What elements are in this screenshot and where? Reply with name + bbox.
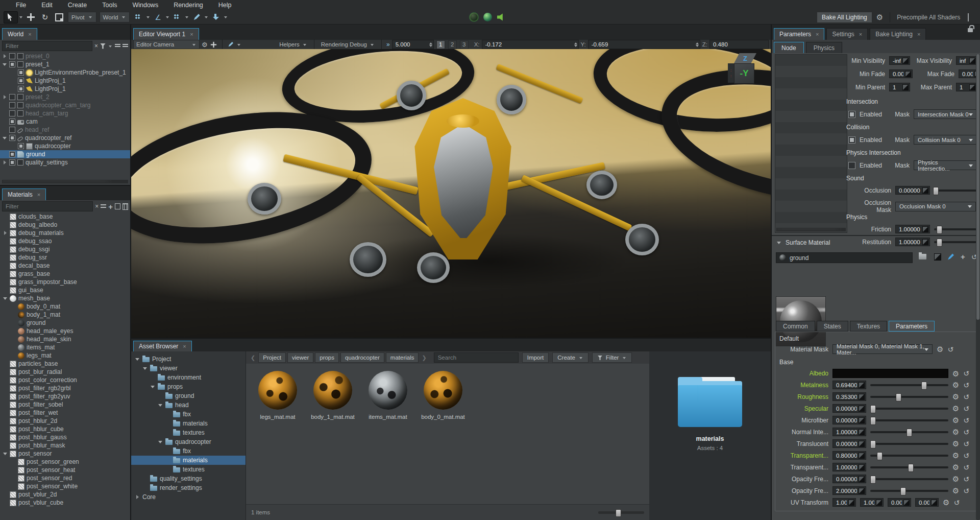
drop-to-ground-caret[interactable] xyxy=(224,16,227,20)
slider-handle[interactable] xyxy=(896,393,901,401)
snap-angle-caret[interactable] xyxy=(166,16,169,20)
drag-value-icon[interactable] xyxy=(902,84,909,90)
subtab-physics[interactable]: Physics xyxy=(806,42,842,53)
drag-value-icon[interactable] xyxy=(859,476,865,482)
asset-tree-row[interactable]: Project xyxy=(131,354,246,364)
snap-grid-button[interactable] xyxy=(132,12,145,23)
tree-node-row[interactable]: quality_settings xyxy=(0,158,130,167)
visibility-checkbox[interactable] xyxy=(18,143,24,149)
drag-value-icon[interactable] xyxy=(848,500,854,506)
material-row[interactable]: debug_albedo xyxy=(0,221,130,229)
tab-editor-viewport-1[interactable]: Editor Viewport 1× xyxy=(133,28,199,40)
material-tab-parameters[interactable]: Parameters xyxy=(889,321,935,332)
mask-dropdown[interactable]: Material Mask 0, Material Mask 1, Mater.… xyxy=(832,344,933,354)
drag-value-icon[interactable] xyxy=(903,500,910,506)
mask-dropdown[interactable]: Collision Mask 0 xyxy=(914,135,977,145)
navcube-x-face[interactable]: :: xyxy=(728,63,734,83)
tab-settings[interactable]: Settings× xyxy=(826,28,868,40)
value-spinbox[interactable]: 0.00000 xyxy=(832,404,866,413)
snap-vertex-button[interactable] xyxy=(170,12,184,23)
breadcrumb-item-quadrocopter[interactable]: quadrocopter xyxy=(340,352,384,363)
gizmo-caret[interactable] xyxy=(237,44,240,48)
navcube-y-face[interactable]: -Y xyxy=(734,63,754,84)
material-row[interactable]: grass_base xyxy=(0,270,130,278)
material-row[interactable]: grass_impostor_base xyxy=(0,278,130,286)
surfaces-list[interactable] xyxy=(775,54,847,233)
mask-dropdown[interactable]: Physics Intersectio... xyxy=(914,160,977,170)
value-slider[interactable] xyxy=(870,419,948,421)
material-row[interactable]: post_hblur_gauss xyxy=(0,433,130,441)
gear-icon[interactable]: ⚙ xyxy=(952,440,959,447)
expand-arrow-icon[interactable] xyxy=(3,231,8,235)
value-spinbox[interactable]: 0.00000 xyxy=(832,475,866,483)
camera-dropdown[interactable]: Editor Camera xyxy=(133,40,200,49)
visibility-checkbox[interactable] xyxy=(17,94,23,100)
drag-value-icon[interactable] xyxy=(922,187,928,194)
material-row[interactable]: legs_mat xyxy=(0,351,130,360)
render-environment-icon[interactable] xyxy=(470,13,478,21)
asset-tile[interactable]: body_1_mat.mat xyxy=(305,371,360,420)
subtab-node[interactable]: Node xyxy=(774,42,804,53)
breadcrumb-forward-icon[interactable]: ❯ xyxy=(420,354,428,361)
filter-button[interactable]: Filter xyxy=(592,352,632,363)
space-dropdown[interactable]: World xyxy=(100,12,130,22)
tree-node-row[interactable]: cam xyxy=(0,117,130,126)
asset-tree-row[interactable]: materials xyxy=(131,419,246,428)
visibility-checkbox[interactable] xyxy=(17,61,23,67)
value-spinbox[interactable]: 0.35300 xyxy=(832,392,866,401)
value-spinbox[interactable]: -inf xyxy=(889,56,910,65)
close-icon[interactable]: × xyxy=(859,31,862,37)
visibility-checkbox[interactable] xyxy=(9,53,15,59)
close-icon[interactable]: × xyxy=(917,31,920,37)
material-tab-textures[interactable]: Textures xyxy=(850,321,887,332)
reset-icon[interactable]: ↺ xyxy=(963,429,969,436)
camera-speed-field[interactable]: 5.000 xyxy=(392,40,434,49)
mask-dropdown[interactable]: Occlusion Mask 0 xyxy=(895,202,976,211)
add-material-icon[interactable]: + xyxy=(108,203,113,210)
tab-asset-browser[interactable]: Asset Browser× xyxy=(133,341,192,351)
material-row[interactable]: decal_base xyxy=(0,262,130,270)
select-tool-caret[interactable] xyxy=(19,16,22,20)
browse-material-icon[interactable] xyxy=(919,254,926,259)
visibility-checkbox[interactable] xyxy=(9,151,15,157)
import-button[interactable]: Import xyxy=(522,352,549,363)
material-row[interactable]: post_blur_radial xyxy=(0,368,130,376)
expand-arrow-icon[interactable] xyxy=(3,160,7,165)
material-row[interactable]: post_hblur_cube xyxy=(0,425,130,433)
drag-value-icon[interactable] xyxy=(922,226,928,232)
material-row[interactable]: post_sensor_green xyxy=(0,458,130,466)
surfaces-list-hscrollbar[interactable] xyxy=(776,228,846,231)
asset-tree-row[interactable]: fbx xyxy=(131,410,246,419)
value-slider[interactable] xyxy=(870,384,948,386)
pivot-dropdown[interactable]: Pivot xyxy=(68,12,96,22)
search-input[interactable]: Search xyxy=(434,352,519,363)
slider-handle[interactable] xyxy=(870,440,876,448)
camera-preset-2-button[interactable]: 2 xyxy=(448,40,457,49)
precompile-all-shaders-button[interactable]: Precompile All Shaders xyxy=(897,14,960,21)
asset-tile[interactable]: body_0_mat.mat xyxy=(415,371,471,420)
camera-speed-icon[interactable]: » xyxy=(386,41,390,48)
scrollbar-thumb[interactable] xyxy=(976,54,979,320)
visibility-checkbox[interactable] xyxy=(9,94,15,100)
value-spinbox[interactable]: 0.00000 xyxy=(832,416,866,424)
breadcrumb-item-Project[interactable]: Project xyxy=(258,352,286,363)
navigation-cube[interactable]: Z -Y :: xyxy=(734,53,756,84)
drag-value-icon[interactable] xyxy=(859,488,865,494)
value-slider[interactable] xyxy=(870,396,948,398)
helpers-dropdown[interactable]: Helpers xyxy=(277,41,309,48)
mask-dropdown[interactable]: Intersection Mask 0 xyxy=(914,109,977,119)
visibility-checkbox[interactable] xyxy=(18,69,24,76)
reset-icon[interactable]: ↺ xyxy=(963,452,969,459)
material-row[interactable]: debug_materials xyxy=(0,229,130,237)
value-slider[interactable] xyxy=(870,443,948,445)
sound-icon[interactable] xyxy=(497,13,506,21)
drag-value-icon[interactable] xyxy=(902,58,909,64)
slider-handle[interactable] xyxy=(616,509,621,517)
drag-value-icon[interactable] xyxy=(859,441,865,447)
drag-value-icon[interactable] xyxy=(876,500,882,506)
asset-tree-row[interactable]: Core xyxy=(131,492,246,502)
breadcrumb-item-materials[interactable]: materials xyxy=(386,352,419,363)
drag-value-icon[interactable] xyxy=(859,429,865,435)
material-row[interactable]: post_filter_rgb2yuv xyxy=(0,392,130,400)
material-row[interactable]: particles_base xyxy=(0,360,130,368)
